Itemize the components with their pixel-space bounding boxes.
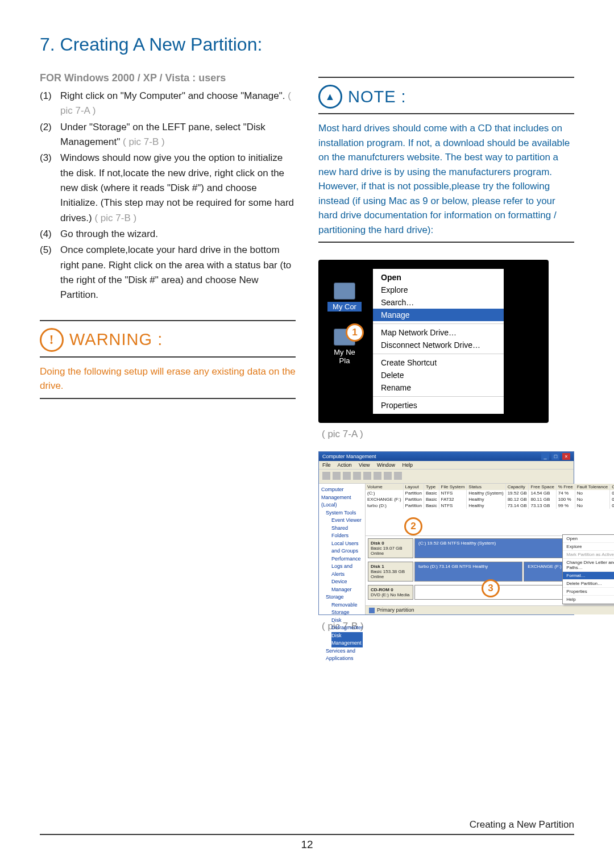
partition-context-menu: Open Explore Mark Partition as Active Ch… [562, 534, 614, 604]
warning-body: Doing the following setup will erase any… [40, 364, 296, 393]
menu-item-map-drive[interactable]: Map Network Drive… [373, 326, 504, 339]
menu-item-disconnect-drive[interactable]: Disconnect Network Drive… [373, 339, 504, 351]
footer-divider [40, 834, 574, 835]
col-header[interactable]: Capacity [505, 484, 529, 490]
table-row[interactable]: EXCHANGE (F:)PartitionBasicFAT32Healthy8… [366, 496, 614, 502]
menubar: File Action View Window Help [319, 461, 574, 470]
tree-item[interactable]: Storage [326, 593, 363, 601]
col-header[interactable]: Type [424, 484, 439, 490]
col-header[interactable]: Volume [366, 484, 403, 490]
pic-ref: ( pic 7-B ) [94, 213, 136, 223]
tree-root[interactable]: Computer Management (Local) [321, 486, 363, 509]
computer-icon [334, 283, 355, 300]
table-row[interactable]: (C:)PartitionBasicNTFSHealthy (System)19… [366, 490, 614, 496]
tree-item[interactable]: Performance Logs and Alerts [331, 555, 363, 579]
step-text: Once complete,locate your hard drive in … [60, 244, 291, 300]
close-button[interactable]: × [562, 453, 570, 460]
divider [318, 77, 574, 78]
tree-item-disk-management[interactable]: Disk Management [331, 632, 363, 647]
toolbar-icon[interactable] [353, 472, 361, 480]
pic-7a-caption: ( pic 7-A ) [322, 429, 574, 440]
menu-action[interactable]: Action [338, 462, 352, 468]
page-number: 12 [40, 838, 574, 851]
toolbar-icon[interactable] [322, 472, 330, 480]
menu-view[interactable]: View [359, 462, 370, 468]
col-header[interactable]: % Free [556, 484, 575, 490]
step-num: (2) [40, 120, 60, 150]
note-body: Most hard drives should come with a CD t… [318, 121, 574, 237]
nav-tree: Computer Management (Local) System Tools… [319, 484, 366, 614]
menu-item[interactable]: Explore [563, 543, 614, 551]
menu-item-properties[interactable]: Properties [373, 399, 504, 412]
partition[interactable]: turbo (D:) 73.14 GB NTFS Healthy [414, 562, 522, 582]
toolbar-icon[interactable] [363, 472, 371, 480]
minimize-button[interactable]: _ [541, 453, 549, 460]
menu-item-manage[interactable]: Manage [373, 309, 504, 321]
legend: Primary partition [366, 605, 614, 614]
col-header[interactable]: Free Space [529, 484, 556, 490]
menu-window[interactable]: Window [377, 462, 395, 468]
context-menu: Open Explore Search… Manage Map Network … [373, 269, 504, 414]
step-text: Right click on "My Computer" and choose … [60, 90, 285, 101]
os-heading: FOR Windows 2000 / XP / Vista : users [40, 72, 296, 84]
step-num: (3) [40, 151, 60, 226]
col-header[interactable]: Layout [403, 484, 424, 490]
tree-item[interactable]: Shared Folders [331, 525, 363, 540]
tree-item[interactable]: Services and Applications [326, 647, 363, 663]
menu-item-create-shortcut[interactable]: Create Shortcut [373, 356, 504, 369]
menu-item[interactable]: Help [563, 596, 614, 604]
note-icon: ▲ [318, 85, 342, 109]
warning-icon: ! [40, 328, 64, 352]
menu-item-rename[interactable]: Rename [373, 381, 504, 394]
window-title: Computer Management [322, 454, 376, 459]
screenshot-pic-7a: My Cor My Ne Pla 1 Open Explore Search… … [318, 260, 549, 423]
menu-item-search[interactable]: Search… [373, 296, 504, 309]
toolbar-icon[interactable] [333, 472, 341, 480]
menu-help[interactable]: Help [402, 462, 413, 468]
tree-item[interactable]: Removable Storage [331, 601, 363, 617]
step-num: (1) [40, 89, 60, 119]
col-header[interactable]: Status [467, 484, 505, 490]
tree-item[interactable]: Disk Defragmenter [331, 617, 363, 632]
warning-label: WARNING : [69, 330, 163, 349]
divider [318, 113, 574, 114]
desktop-icon-my-computer[interactable]: My Cor [327, 283, 362, 312]
divider [40, 356, 296, 358]
menu-item[interactable]: Change Drive Letter and Paths… [563, 559, 614, 572]
volume-table: Volume Layout Type File System Status Ca… [366, 484, 614, 535]
screenshot-pic-7b: Computer Management _ □ × File Action Vi… [318, 451, 574, 615]
menu-item-explore[interactable]: Explore [373, 284, 504, 296]
menu-item[interactable]: Delete Partition… [563, 580, 614, 588]
col-header[interactable]: File System [439, 484, 467, 490]
col-header[interactable]: Fault Tolerance [575, 484, 610, 490]
menu-item-delete[interactable]: Delete [373, 369, 504, 381]
menu-file[interactable]: File [322, 462, 331, 468]
toolbar-icon[interactable] [374, 472, 381, 480]
divider [40, 320, 296, 321]
menu-item: Mark Partition as Active [563, 551, 614, 559]
col-header[interactable]: Overhead [610, 484, 614, 490]
divider [318, 242, 574, 243]
tree-item[interactable]: Device Manager [331, 578, 363, 593]
section-title: 7. Creating A New Partition: [40, 34, 574, 55]
menu-item-format[interactable]: Format… [563, 572, 614, 580]
toolbar-icon[interactable] [343, 472, 351, 480]
note-label: NOTE : [348, 88, 406, 106]
menu-item[interactable]: Open [563, 535, 614, 543]
toolbar [319, 470, 574, 484]
pic-ref: ( pic 7-B ) [123, 136, 165, 147]
tree-item[interactable]: System Tools [326, 509, 363, 517]
step-num: (4) [40, 227, 60, 242]
running-footer: Creating a New Partition [40, 819, 574, 830]
menu-item[interactable]: Properties [563, 588, 614, 596]
tree-item[interactable]: Event Viewer [331, 517, 363, 525]
tree-item[interactable]: Local Users and Groups [331, 540, 363, 555]
maximize-button[interactable]: □ [551, 453, 559, 460]
toolbar-icon[interactable] [384, 472, 392, 480]
callout-marker: 1 [346, 323, 364, 342]
step-text: Go through the wizard. [60, 229, 158, 239]
legend-swatch [369, 608, 375, 613]
menu-item-open[interactable]: Open [373, 271, 504, 284]
table-row[interactable]: turbo (D:)PartitionBasicNTFSHealthy73.14… [366, 502, 614, 509]
toolbar-icon[interactable] [394, 472, 402, 480]
